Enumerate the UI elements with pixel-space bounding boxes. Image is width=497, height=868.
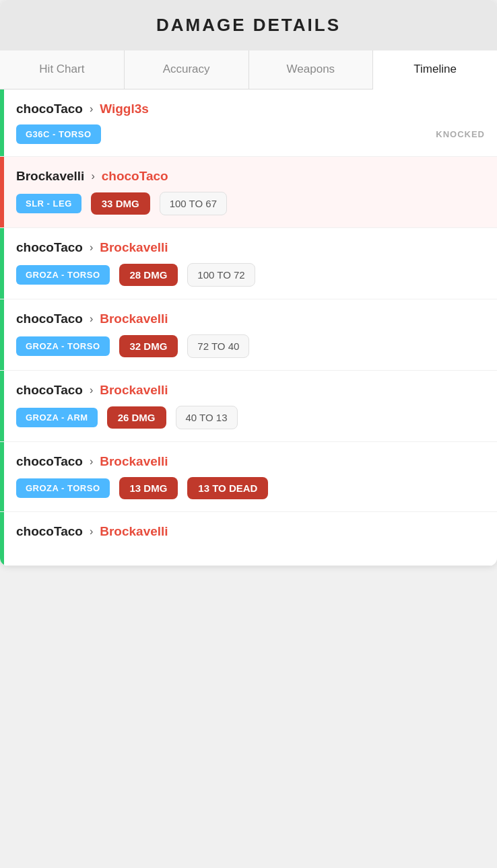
- arrow-icon: ›: [91, 170, 94, 182]
- tab-hit-chart[interactable]: Hit Chart: [0, 50, 125, 89]
- victim-name: Brockavelli: [100, 524, 168, 539]
- attacker-name: chocoTaco: [16, 240, 83, 255]
- attacker-name: chocoTaco: [16, 102, 83, 116]
- event-header: Brockavelli › chocoTaco: [16, 169, 485, 184]
- event-content: Brockavelli › chocoTaco SLR - LEG 33 DMG…: [4, 157, 497, 227]
- weapon-badge: GROZA - TORSO: [16, 478, 110, 498]
- table-row: chocoTaco › Brockavelli GROZA - TORSO 32…: [0, 299, 497, 371]
- table-row: chocoTaco › Brockavelli GROZA - TORSO 28…: [0, 228, 497, 299]
- event-header: chocoTaco › Brockavelli: [16, 312, 485, 326]
- victim-name: chocoTaco: [102, 169, 168, 184]
- event-details: GROZA - TORSO 13 DMG 13 TO DEAD: [16, 477, 485, 499]
- weapon-badge: GROZA - TORSO: [16, 265, 110, 285]
- event-content: chocoTaco › Brockavelli GROZA - TORSO 13…: [4, 442, 497, 511]
- arrow-icon: ›: [90, 456, 93, 468]
- attacker-name: chocoTaco: [16, 454, 83, 469]
- hp-badge: 100 TO 67: [160, 192, 227, 215]
- victim-name: Brockavelli: [100, 383, 168, 398]
- victim-name: Brockavelli: [100, 240, 168, 255]
- event-details: SLR - LEG 33 DMG 100 TO 67: [16, 192, 485, 215]
- event-details: GROZA - ARM 26 DMG 40 TO 13: [16, 406, 485, 429]
- victim-name: Brockavelli: [100, 454, 168, 469]
- arrow-icon: ›: [90, 313, 93, 325]
- victim-name: Brockavelli: [100, 312, 168, 326]
- attacker-name: chocoTaco: [16, 524, 83, 539]
- table-row: chocoTaco › Brockavelli: [0, 512, 497, 566]
- event-content: chocoTaco › Brockavelli GROZA - ARM 26 D…: [4, 371, 497, 441]
- tab-bar: Hit Chart Accuracy Weapons Timeline: [0, 50, 497, 89]
- table-row: chocoTaco › Brockavelli GROZA - TORSO 13…: [0, 442, 497, 512]
- dmg-badge: 33 DMG: [91, 192, 150, 215]
- weapon-badge: G36C - TORSO: [16, 124, 101, 144]
- tab-accuracy[interactable]: Accuracy: [125, 50, 249, 89]
- main-container: DAMAGE DETAILS Hit Chart Accuracy Weapon…: [0, 0, 497, 566]
- event-header: chocoTaco › Brockavelli: [16, 524, 485, 539]
- dmg-badge: 32 DMG: [119, 335, 178, 357]
- event-details: GROZA - TORSO 28 DMG 100 TO 72: [16, 263, 485, 287]
- event-header: chocoTaco › Wiggl3s: [16, 102, 485, 116]
- attacker-name: chocoTaco: [16, 312, 83, 326]
- status-badge: KNOCKED: [436, 129, 485, 139]
- event-header: chocoTaco › Brockavelli: [16, 240, 485, 255]
- page-header: DAMAGE DETAILS: [0, 0, 497, 50]
- timeline-list: chocoTaco › Wiggl3s G36C - TORSO KNOCKED…: [0, 89, 497, 566]
- table-row: Brockavelli › chocoTaco SLR - LEG 33 DMG…: [0, 157, 497, 228]
- dmg-badge: 28 DMG: [119, 264, 178, 286]
- event-content: chocoTaco › Brockavelli GROZA - TORSO 32…: [4, 299, 497, 370]
- table-row: chocoTaco › Brockavelli GROZA - ARM 26 D…: [0, 371, 497, 442]
- event-header: chocoTaco › Brockavelli: [16, 454, 485, 469]
- page-title: DAMAGE DETAILS: [156, 15, 341, 35]
- attacker-name: Brockavelli: [16, 169, 84, 184]
- arrow-icon: ›: [90, 242, 93, 254]
- dmg-badge: 13 DMG: [119, 477, 178, 499]
- victim-name: Wiggl3s: [100, 102, 149, 116]
- dmg-badge: 26 DMG: [107, 406, 166, 429]
- arrow-icon: ›: [90, 384, 93, 396]
- event-content: chocoTaco › Brockavelli: [4, 512, 497, 565]
- arrow-icon: ›: [90, 526, 93, 538]
- tab-weapons[interactable]: Weapons: [249, 50, 374, 89]
- hp-badge: 72 TO 40: [187, 334, 249, 358]
- table-row: chocoTaco › Wiggl3s G36C - TORSO KNOCKED: [0, 89, 497, 157]
- arrow-icon: ›: [90, 103, 93, 115]
- hp-badge: 40 TO 13: [176, 406, 238, 429]
- event-details: GROZA - TORSO 32 DMG 72 TO 40: [16, 334, 485, 358]
- hp-badge: 100 TO 72: [187, 263, 255, 287]
- tab-timeline[interactable]: Timeline: [373, 50, 497, 89]
- event-content: chocoTaco › Wiggl3s G36C - TORSO KNOCKED: [4, 89, 497, 156]
- attacker-name: chocoTaco: [16, 383, 83, 398]
- dead-badge: 13 TO DEAD: [187, 477, 268, 499]
- weapon-badge: GROZA - ARM: [16, 408, 98, 427]
- weapon-badge: SLR - LEG: [16, 194, 81, 213]
- event-details: G36C - TORSO KNOCKED: [16, 124, 485, 144]
- event-header: chocoTaco › Brockavelli: [16, 383, 485, 398]
- weapon-badge: GROZA - TORSO: [16, 336, 110, 356]
- event-content: chocoTaco › Brockavelli GROZA - TORSO 28…: [4, 228, 497, 299]
